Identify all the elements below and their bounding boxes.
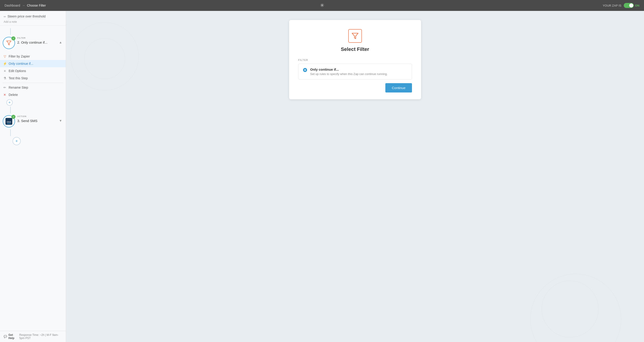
action-step-title[interactable]: 3. Send SMS: [17, 119, 37, 123]
action-step-badge: ACTION: [17, 115, 63, 117]
filter-step-icon-wrapper: ✓: [3, 37, 15, 49]
card-title: Select Filter: [298, 46, 412, 52]
menu-item-delete[interactable]: ✕ Delete: [0, 91, 66, 98]
sidebar-title-section: ✏ Steem price over threshold Add a note: [0, 11, 66, 25]
breadcrumb-current: Choose Filter: [27, 4, 46, 7]
filter-step-menu: ▽ Filter by Zapier ⚡ Only continue if...…: [0, 53, 66, 98]
menu-item-edit-options[interactable]: ≡ Edit Options: [0, 67, 66, 74]
get-help-bar: 💬 Get Help Response Time: ~2h | M-F 9am-…: [0, 331, 66, 342]
menu-item-filter-by-zapier[interactable]: ▽ Filter by Zapier: [0, 53, 66, 60]
filter-step-badge: FILTER: [17, 37, 63, 39]
asterisk-icon: ✳: [320, 2, 324, 8]
filter-option-text: Only continue if... Set up rules to spec…: [310, 67, 388, 76]
add-step-bottom: +: [0, 137, 66, 145]
card-footer: Continue: [298, 83, 412, 92]
rename-step-icon: ✏: [3, 86, 7, 89]
get-help-link[interactable]: Get Help: [8, 333, 18, 340]
menu-item-rename-step[interactable]: ✏ Rename Step: [0, 84, 66, 91]
card-header-icon: [298, 29, 412, 43]
filter-option[interactable]: Only continue if... Set up rules to spec…: [298, 64, 412, 79]
get-help-response: Response Time: ~2h | M-F 9am-5pm PST: [19, 333, 62, 340]
test-step-label: Test this Step: [9, 76, 28, 80]
filter-check-badge: ✓: [11, 36, 16, 40]
svg-marker-0: [6, 41, 11, 45]
sidebar-content: ✓ FILTER 2. Only continue if... ▲ ▽ Filt…: [0, 25, 66, 331]
action-step-chevron[interactable]: ▼: [58, 118, 63, 123]
filter-option-desc: Set up rules to specify when this Zap ca…: [310, 72, 388, 76]
connector-line-middle: [10, 107, 11, 113]
main-layout: ✏ Steem price over threshold Add a note …: [0, 11, 644, 342]
add-step-btn[interactable]: +: [12, 137, 21, 145]
sidebar: ✏ Steem price over threshold Add a note …: [0, 11, 66, 342]
only-continue-label: Only continue if...: [9, 62, 33, 65]
svg-marker-4: [352, 33, 358, 39]
radio-inner: [304, 69, 306, 71]
test-step-icon: ⚗: [3, 76, 7, 80]
action-step-content: ACTION 3. Send SMS ▼: [17, 115, 63, 123]
check-icon: ✓: [12, 37, 14, 40]
action-step-title-row: 3. Send SMS ▼: [17, 118, 63, 123]
action-step-icon-wrapper: Click Send ✓: [3, 115, 15, 127]
card-section-label: FILTER: [298, 59, 412, 61]
dashboard-link[interactable]: Dashboard: [4, 4, 20, 7]
zap-title[interactable]: Steem price over threshold: [8, 14, 46, 19]
zap-toggle[interactable]: [624, 3, 634, 8]
app-header: Dashboard → Choose Filter ✳ YOUR ZAP IS …: [0, 0, 644, 11]
filter-by-zapier-label: Filter by Zapier: [9, 54, 30, 58]
edit-options-label: Edit Options: [9, 69, 26, 73]
edit-options-icon: ≡: [3, 69, 7, 73]
edit-title-icon[interactable]: ✏: [4, 15, 6, 18]
plus-connector: +: [0, 99, 66, 106]
main-content: Select Filter FILTER Only continue if...…: [66, 11, 644, 342]
filter-option-title: Only continue if...: [310, 67, 388, 71]
header-right: YOUR ZAP IS ON: [602, 3, 640, 8]
rename-step-label: Rename Step: [9, 86, 28, 89]
connector-line-top: [10, 28, 11, 35]
header-logo: ✳: [320, 2, 324, 8]
breadcrumb: Dashboard → Choose Filter: [4, 4, 46, 7]
toggle-knob: [629, 3, 633, 7]
breadcrumb-arrow: →: [22, 4, 25, 7]
sidebar-title-row: ✏ Steem price over threshold: [4, 14, 62, 19]
menu-item-only-continue[interactable]: ⚡ Only continue if...: [0, 60, 66, 67]
delete-icon: ✕: [3, 93, 7, 97]
filter-step-chevron[interactable]: ▲: [58, 39, 63, 45]
chat-icon: 💬: [4, 335, 7, 338]
only-continue-icon: ⚡: [3, 62, 7, 65]
filter-step: ✓ FILTER 2. Only continue if... ▲: [0, 35, 66, 51]
clicksend-logo: Click Send: [6, 118, 12, 125]
radio-selected[interactable]: [303, 68, 307, 72]
delete-label: Delete: [9, 93, 18, 97]
svg-text:Send: Send: [7, 123, 11, 124]
filter-by-zapier-icon: ▽: [3, 54, 7, 58]
action-check-badge: ✓: [11, 115, 16, 119]
toggle-label: ON: [635, 4, 640, 7]
action-check-icon: ✓: [12, 115, 14, 118]
action-step: Click Send ✓ ACTION 3. Send SMS ▼: [0, 113, 66, 129]
continue-button[interactable]: Continue: [385, 83, 412, 92]
add-note[interactable]: Add a note: [4, 20, 62, 23]
filter-step-title-row: 2. Only continue if... ▲: [17, 39, 63, 45]
filter-icon-box: [348, 29, 362, 43]
connector-line-bottom: [10, 129, 11, 136]
menu-item-test-step[interactable]: ⚗ Test this Step: [0, 74, 66, 82]
filter-step-content: FILTER 2. Only continue if... ▲: [17, 37, 63, 45]
zap-status-label: YOUR ZAP IS: [602, 4, 621, 7]
filter-funnel-icon: [352, 32, 359, 39]
select-filter-card: Select Filter FILTER Only continue if...…: [289, 20, 421, 99]
add-step-between-btn[interactable]: +: [6, 99, 13, 106]
zap-toggle-container[interactable]: ON: [624, 3, 640, 8]
filter-step-title[interactable]: 2. Only continue if...: [17, 40, 48, 44]
